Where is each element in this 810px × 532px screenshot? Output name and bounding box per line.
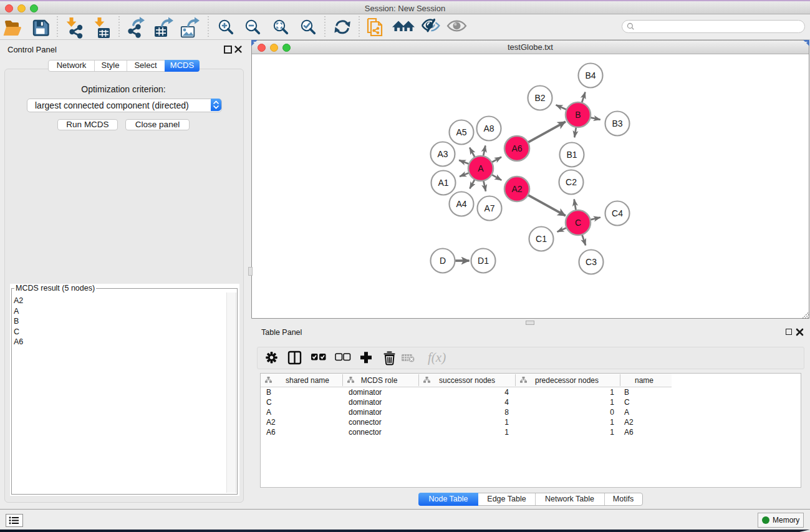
svg-text:A6: A6	[624, 428, 634, 437]
svg-text:C2: C2	[566, 177, 577, 187]
svg-text:dominator: dominator	[349, 398, 382, 407]
svg-text:4: 4	[504, 398, 509, 407]
svg-text:A5: A5	[456, 127, 466, 137]
svg-text:1: 1	[504, 418, 509, 427]
svg-text:1: 1	[610, 398, 614, 407]
svg-text:A2: A2	[511, 184, 522, 194]
svg-text:dominator: dominator	[349, 388, 382, 397]
svg-text:A: A	[624, 408, 629, 417]
svg-text:A6: A6	[511, 143, 522, 153]
svg-text:B3: B3	[612, 118, 622, 128]
svg-text:A6: A6	[266, 428, 276, 437]
svg-text:A7: A7	[484, 203, 494, 213]
svg-text:A4: A4	[456, 199, 466, 209]
svg-text:C3: C3	[586, 257, 597, 267]
svg-text:C1: C1	[536, 234, 547, 244]
svg-text:B4: B4	[585, 70, 595, 80]
svg-text:B2: B2	[534, 93, 545, 103]
svg-text:dominator: dominator	[349, 408, 382, 417]
svg-text:B: B	[266, 388, 271, 397]
svg-text:connector: connector	[349, 428, 382, 437]
svg-text:1: 1	[610, 388, 614, 397]
svg-text:C4: C4	[612, 208, 623, 218]
svg-text:B: B	[575, 110, 581, 120]
svg-text:1: 1	[610, 418, 614, 427]
svg-text:A2: A2	[266, 418, 276, 427]
svg-text:B: B	[624, 388, 629, 397]
svg-text:connector: connector	[349, 418, 382, 427]
svg-text:1: 1	[610, 428, 614, 437]
svg-text:C: C	[266, 398, 272, 407]
svg-text:0: 0	[610, 408, 614, 417]
svg-text:predecessor nodes: predecessor nodes	[535, 376, 599, 385]
svg-text:4: 4	[504, 388, 509, 397]
svg-text:shared name: shared name	[286, 376, 329, 385]
svg-text:A: A	[266, 408, 271, 417]
svg-text:successor nodes: successor nodes	[439, 376, 495, 385]
svg-text:A: A	[478, 163, 484, 173]
svg-text:A3: A3	[437, 149, 448, 159]
svg-text:1: 1	[504, 428, 509, 437]
svg-text:D1: D1	[478, 256, 489, 266]
svg-text:A8: A8	[483, 123, 494, 133]
svg-text:A2: A2	[624, 418, 634, 427]
svg-text:name: name	[635, 376, 653, 385]
svg-text:C: C	[624, 398, 630, 407]
svg-text:C: C	[575, 218, 581, 228]
svg-text:B1: B1	[566, 150, 577, 160]
svg-text:MCDS role: MCDS role	[361, 376, 398, 385]
svg-text:D: D	[440, 256, 446, 266]
svg-text:8: 8	[504, 408, 509, 417]
svg-text:f(x): f(x)	[428, 350, 446, 365]
svg-text:A1: A1	[438, 178, 448, 188]
